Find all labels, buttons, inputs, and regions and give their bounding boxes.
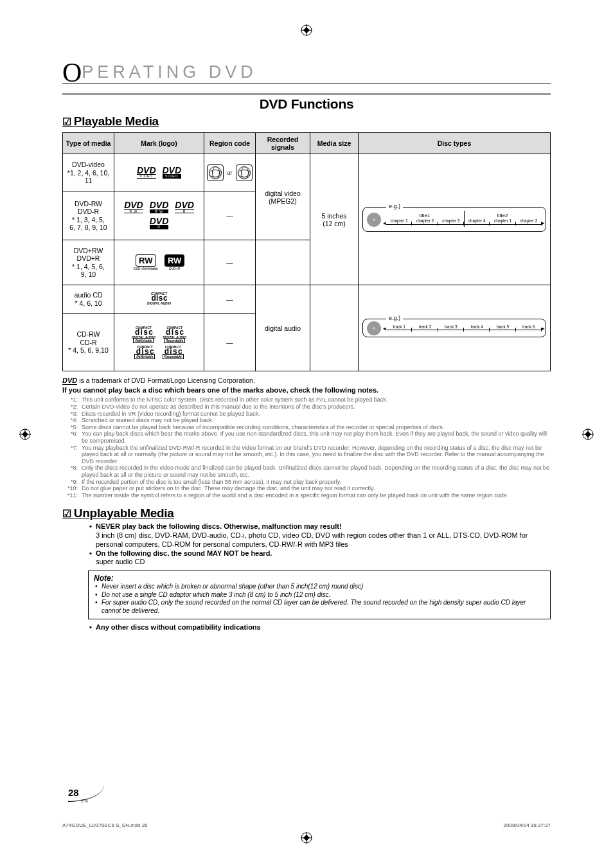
compact-disc-icon: COMPACTd i s cReWritable — [134, 346, 155, 359]
arrow-right-icon: ▸ — [542, 220, 545, 226]
footer-date: 2008/04/04 16:37:37 — [504, 822, 551, 828]
svg-rect-5 — [585, 431, 591, 438]
chapter-title: OPERATING DVD — [62, 62, 551, 84]
cell-mark: COMPACT d i s c DIGITAL AUDIO — [114, 285, 204, 314]
page-number: 28 — [68, 787, 79, 798]
th-signals: Recorded signals — [256, 133, 310, 154]
th-type: Type of media — [63, 133, 114, 154]
svg-rect-3 — [22, 431, 28, 438]
function-title: DVD Functions — [62, 93, 551, 112]
crop-mark-icon — [582, 429, 594, 440]
compact-disc-icon: COMPACTd i s cDIGITAL AUDIOReWritable — [132, 326, 155, 343]
playable-media-heading: ☑ Playable Media — [62, 114, 551, 128]
footnote: *9:If the recorded portion of the disc i… — [62, 479, 551, 486]
footnote: *2:Certain DVD-video do not operate as d… — [62, 403, 551, 411]
disc-icon — [367, 321, 381, 335]
cell-mark: DVDR W DVDR W DVDR DVDR — [114, 191, 204, 240]
cell-size — [310, 285, 359, 371]
svg-rect-1 — [303, 27, 310, 33]
list-item: Any other discs without compatibility in… — [88, 623, 551, 632]
footnote: *1:This unit conforms to the NTSC color … — [62, 396, 551, 403]
cell-type: DVD+RW DVD+R * 1, 4, 5, 6, 9, 10 — [63, 240, 114, 285]
cell-type: DVD-video *1, 2, 4, 6, 10, 11 — [63, 154, 114, 191]
globe-icon — [238, 166, 251, 179]
note-item: Do not use a single CD adaptor which mak… — [94, 591, 545, 599]
important-note: If you cannot play back a disc which bea… — [62, 386, 551, 394]
final-bullet-list: Any other discs without compatibility in… — [88, 623, 551, 632]
cell-region: — — [204, 285, 256, 314]
cell-region: — — [204, 191, 256, 240]
footnote: *6:You can play back discs which bear th… — [62, 430, 551, 444]
footnote: *11:The number inside the symbol refers … — [62, 492, 551, 499]
eg-box-video: e.g.) title1 title2 ◂ chapter 1 chapter … — [362, 207, 546, 232]
unplayable-media-heading: ☑ Unplayable Media — [62, 506, 551, 520]
footnote: *3:Discs recorded in VR (video recording… — [62, 411, 551, 418]
footnote: *7:You may playback the unfinalized DVD-… — [62, 445, 551, 465]
row-dvd-video: DVD-video *1, 2, 4, 6, 10, 11 DVDVIDEO D… — [63, 154, 551, 191]
compact-disc-icon: COMPACTd i s cDIGITAL AUDIORecordable — [163, 326, 186, 343]
footnote: *5:Some discs cannot be played back beca… — [62, 424, 551, 431]
row-audio-cd: audio CD * 4, 6, 10 COMPACT d i s c DIGI… — [63, 285, 551, 314]
dvd-logo-icon: DVD — [62, 376, 77, 384]
note-item: Never insert a disc which is broken or a… — [94, 583, 545, 591]
crop-mark-icon — [19, 429, 31, 440]
dvd-logo-icon: DVDVIDEO — [137, 166, 156, 180]
cell-disc-types: e.g.) ◂ track 1 track 2 track 3 track 4 … — [359, 285, 551, 371]
compact-disc-icon: COMPACTd i s cRecordable — [163, 346, 184, 359]
dvd-logo-icon: DVDVIDEO — [163, 166, 182, 180]
cell-region: — — [204, 314, 256, 371]
footnote: *4:Scratched or stained discs may not be… — [62, 417, 551, 424]
note-item: For super audio CD, only the sound recor… — [94, 599, 545, 615]
list-item: On the following disc, the sound MAY NOT… — [88, 549, 551, 567]
crop-mark-icon — [301, 24, 312, 36]
th-region: Region code — [204, 133, 256, 154]
svg-rect-7 — [303, 835, 310, 841]
page-number-box: 28 EN — [68, 787, 79, 805]
table-header-row: Type of media Mark (logo) Region code Re… — [63, 133, 551, 154]
dvd-logo-icon: DVDR — [150, 217, 169, 231]
th-mark: Mark (logo) — [114, 133, 204, 154]
dvd-logo-icon: DVDR W — [124, 201, 143, 215]
list-item: NEVER play back the following discs. Oth… — [88, 522, 551, 549]
crop-mark-icon — [301, 832, 312, 844]
cell-type: CD-RW CD-R * 4, 5, 6, 9,10 — [63, 314, 114, 371]
page-language: EN — [81, 798, 88, 804]
cell-region: or — [204, 154, 256, 191]
cell-mark: DVDVIDEO DVDVIDEO — [114, 154, 204, 191]
footer-file: A74GDUE_LD370SC8 S_EN.indd 28 — [62, 822, 148, 828]
th-size: Media size — [310, 133, 359, 154]
check-icon: ☑ — [62, 116, 74, 127]
chapter-initial: O — [62, 64, 82, 82]
rw-logo-icon: RWDVD+ReWritable — [134, 254, 158, 270]
cell-disc-types: e.g.) title1 title2 ◂ chapter 1 chapter … — [359, 154, 551, 285]
compact-disc-icon: COMPACT d i s c DIGITAL AUDIO — [147, 292, 171, 306]
footer: A74GDUE_LD370SC8 S_EN.indd 28 2008/04/04… — [62, 822, 551, 828]
dvd-logo-icon: DVDR W — [150, 201, 169, 215]
th-disc-types: Disc types — [359, 133, 551, 154]
unplayable-list: NEVER play back the following discs. Oth… — [88, 522, 551, 567]
cell-type: audio CD * 4, 6, 10 — [63, 285, 114, 314]
eg-box-audio: e.g.) ◂ track 1 track 2 track 3 track 4 … — [362, 319, 546, 337]
note-box: Note: Never insert a disc which is broke… — [88, 571, 551, 619]
rw-logo-icon: RWDVD+R — [164, 254, 184, 270]
chapter-rest: PERATING DVD — [82, 62, 257, 82]
globe-icon — [209, 166, 222, 179]
footnote: *10:Do not glue paper or put stickers on… — [62, 485, 551, 492]
media-table: Type of media Mark (logo) Region code Re… — [62, 132, 551, 371]
check-icon: ☑ — [62, 508, 74, 519]
dvd-logo-icon: DVDR — [175, 201, 194, 215]
cell-type: DVD-RW DVD-R * 1, 3, 4, 5, 6, 7, 8, 9, 1… — [63, 191, 114, 240]
disc-icon — [367, 213, 381, 227]
trademark-line: DVD is a trademark of DVD Format/Logo Li… — [62, 376, 551, 385]
cell-signals: digital audio — [256, 285, 310, 371]
footnote: *8:Only the discs recorded in the video … — [62, 465, 551, 478]
cell-mark: RWDVD+ReWritable RWDVD+R — [114, 240, 204, 285]
arrow-right-icon: ▸ — [542, 325, 545, 332]
cell-mark: COMPACTd i s cDIGITAL AUDIOReWritable CO… — [114, 314, 204, 371]
note-title: Note: — [94, 574, 545, 583]
footnotes-list: *1:This unit conforms to the NTSC color … — [62, 396, 551, 499]
cell-size: 5 inches (12 cm) — [310, 154, 359, 285]
cell-region: — — [204, 240, 256, 285]
cell-signals: digital video (MPEG2) — [256, 154, 310, 240]
